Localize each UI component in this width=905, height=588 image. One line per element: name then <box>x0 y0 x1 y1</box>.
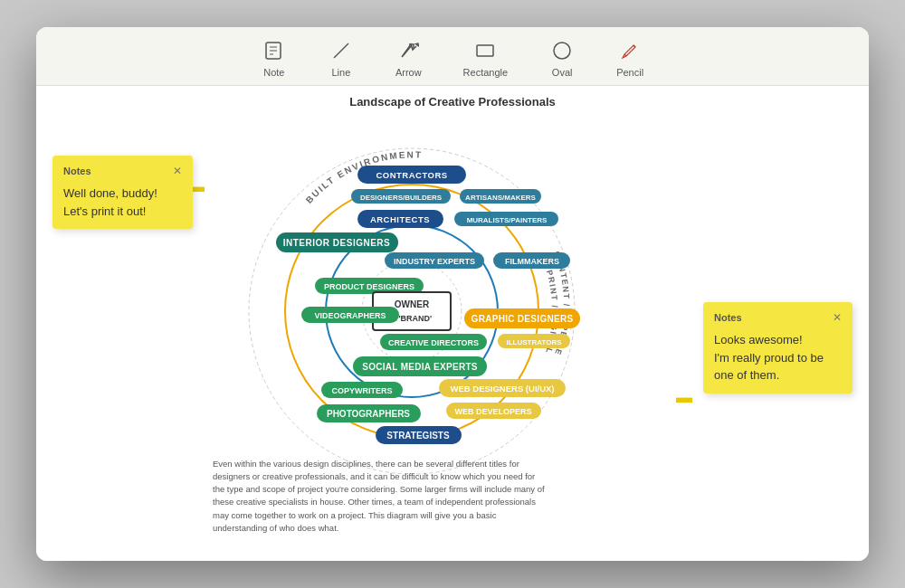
description-text: Even within the various design disciplin… <box>213 458 548 536</box>
pencil-icon <box>617 38 643 63</box>
svg-text:ARCHITECTS: ARCHITECTS <box>370 214 430 224</box>
svg-text:INDUSTRY EXPERTS: INDUSTRY EXPERTS <box>394 257 475 266</box>
tool-oval[interactable]: Oval <box>542 34 582 81</box>
tool-pencil[interactable]: Pencil <box>609 34 651 81</box>
svg-line-9 <box>624 54 626 56</box>
note-icon <box>262 38 287 63</box>
svg-text:CONTRACTORS: CONTRACTORS <box>376 170 447 180</box>
svg-text:FILMMAKERS: FILMMAKERS <box>505 257 559 266</box>
note-icon-indicator-right: ▬ <box>676 388 692 407</box>
svg-text:WEB DESIGNERS (UI/UX): WEB DESIGNERS (UI/UX) <box>450 384 554 394</box>
tool-rectangle[interactable]: Rectangle <box>456 34 516 81</box>
svg-line-8 <box>634 45 635 47</box>
page-title: Landscape of Creative Professionals <box>36 86 869 112</box>
svg-text:WEB DEVELOPERS: WEB DEVELOPERS <box>454 407 531 416</box>
main-window: Note Line Arrow <box>36 27 869 561</box>
note-right-title: Notes <box>714 312 742 323</box>
svg-text:ILLUSTRATORS: ILLUSTRATORS <box>506 338 562 346</box>
arrow-label: Arrow <box>395 67 422 78</box>
svg-text:INTERIOR DESIGNERS: INTERIOR DESIGNERS <box>283 238 390 248</box>
note-right: Notes ✕ Looks awesome!I'm really proud t… <box>703 302 853 394</box>
note-left: Notes ✕ Well done, buddy!Let's print it … <box>52 156 193 229</box>
note-left-title: Notes <box>63 166 91 176</box>
svg-text:PRODUCT DESIGNERS: PRODUCT DESIGNERS <box>324 282 414 291</box>
svg-text:OWNER: OWNER <box>395 299 430 309</box>
note-left-body: Well done, buddy!Let's print it out! <box>63 185 182 220</box>
oval-label: Oval <box>552 67 573 78</box>
line-icon <box>329 38 354 63</box>
svg-text:ARTISANS/MAKERS: ARTISANS/MAKERS <box>465 194 536 202</box>
svg-point-7 <box>554 43 570 59</box>
rectangle-label: Rectangle <box>463 67 509 78</box>
note-right-header: Notes ✕ <box>714 311 842 324</box>
svg-line-4 <box>334 43 348 58</box>
diagram-area: Notes ✕ Well done, buddy!Let's print it … <box>36 112 869 560</box>
svg-rect-6 <box>477 45 493 56</box>
pencil-label: Pencil <box>616 67 643 78</box>
note-label: Note <box>263 67 284 78</box>
note-left-close[interactable]: ✕ <box>173 165 182 177</box>
svg-text:MURALISTS/PAINTERS: MURALISTS/PAINTERS <box>467 216 548 224</box>
svg-text:COPYWRITERS: COPYWRITERS <box>331 386 392 395</box>
svg-text:DESIGNERS/BUILDERS: DESIGNERS/BUILDERS <box>360 194 443 202</box>
tool-note[interactable]: Note <box>254 34 294 81</box>
oval-icon <box>549 38 575 63</box>
rectangle-icon <box>472 38 498 63</box>
svg-text:SOCIAL MEDIA EXPERTS: SOCIAL MEDIA EXPERTS <box>362 362 478 372</box>
arrow-icon <box>395 38 421 63</box>
svg-text:CREATIVE DIRECTORS: CREATIVE DIRECTORS <box>388 338 479 347</box>
svg-text:CONTENT / EXPERIENTIAL: CONTENT / EXPERIENTIAL <box>552 250 615 506</box>
diagram-svg: BUILT ENVIRONMENT PRINT / DIGITAL CONTEN… <box>208 117 615 506</box>
toolbar: Note Line Arrow <box>36 27 869 86</box>
tool-arrow[interactable]: Arrow <box>388 34 429 81</box>
note-left-header: Notes ✕ <box>63 165 182 177</box>
svg-text:STRATEGISTS: STRATEGISTS <box>386 431 450 441</box>
svg-text:VIDEOGRAPHERS: VIDEOGRAPHERS <box>314 311 386 320</box>
note-right-body: Looks awesome!I'm really proud to be one… <box>714 331 842 384</box>
svg-text:GRAPHIC DESIGNERS: GRAPHIC DESIGNERS <box>472 314 574 324</box>
note-right-close[interactable]: ✕ <box>833 311 842 324</box>
line-label: Line <box>331 67 350 78</box>
svg-text:PHOTOGRAPHERS: PHOTOGRAPHERS <box>327 409 410 419</box>
content-area: Landscape of Creative Professionals Note… <box>36 86 869 561</box>
tool-line[interactable]: Line <box>321 34 361 81</box>
